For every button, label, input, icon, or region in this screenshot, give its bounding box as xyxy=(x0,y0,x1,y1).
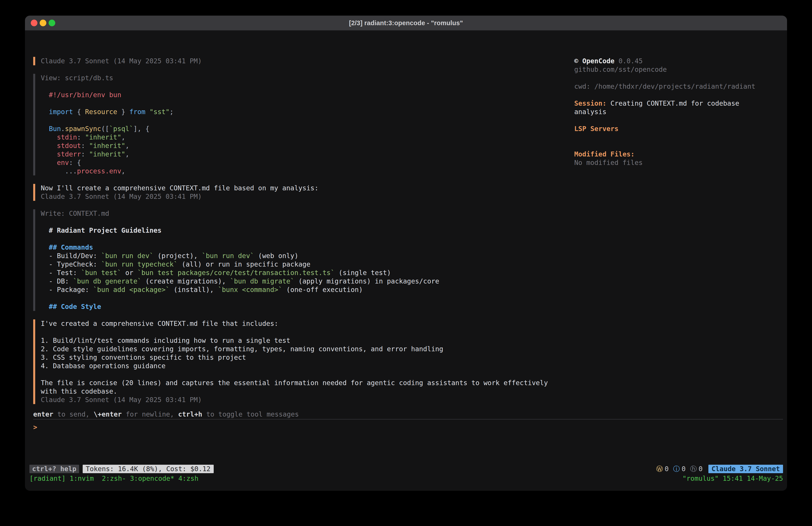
traffic-lights xyxy=(31,19,55,26)
message-summary-block: I've created a comprehensive CONTEXT.md … xyxy=(33,319,551,404)
hint-count: 0 xyxy=(699,465,702,473)
text-line: stdout: "inherit", xyxy=(41,142,551,150)
text-line xyxy=(41,235,551,243)
window-bottom-padding xyxy=(25,483,787,491)
tokens-badge: Tokens: 16.4K (8%), Cost: $0.12 xyxy=(83,465,214,473)
sidebar-spacer xyxy=(574,74,759,82)
session-line: Session: Creating CONTEXT.md for codebas… xyxy=(574,99,759,116)
sidebar-spacer xyxy=(574,116,759,125)
key-ctrl-h: ctrl+h xyxy=(178,410,202,418)
text-line: 3. CSS styling conventions specific to t… xyxy=(41,353,551,362)
status-left: ctrl+? help Tokens: 16.4K (8%), Cost: $0… xyxy=(29,465,214,473)
session-label: Session: xyxy=(574,99,607,107)
text-line xyxy=(41,218,551,226)
text-line: 1. Build/lint/test commands including ho… xyxy=(41,336,551,345)
zoom-button[interactable] xyxy=(48,19,55,26)
brand-line: © OpenCode 0.0.45 xyxy=(574,57,759,65)
diagnostic-info: ⓘ0 xyxy=(673,465,686,473)
text-line: ## Code Style xyxy=(41,302,551,311)
modified-files-empty: No modified files xyxy=(574,158,759,167)
status-bar: ctrl+? help Tokens: 16.4K (8%), Cost: $0… xyxy=(29,465,783,473)
titlebar: [2/3] radiant:3:opencode - "romulus" xyxy=(25,16,787,30)
cwd-line: cwd: /home/thdxr/dev/projects/radiant/ra… xyxy=(574,82,759,91)
message-meta-block: Claude 3.7 Sonnet (14 May 2025 03:41 PM) xyxy=(33,57,551,65)
sidebar-spacer xyxy=(574,91,759,99)
brand-name: OpenCode xyxy=(582,57,614,65)
text-line: Now I'll create a comprehensive CONTEXT.… xyxy=(41,184,551,193)
terminal-window: [2/3] radiant:3:opencode - "romulus" Cla… xyxy=(25,16,787,491)
text-line: 2. Code style guidelines covering import… xyxy=(41,345,551,353)
hint-icon: ⓗ xyxy=(690,465,697,473)
copyright-icon: © xyxy=(574,57,582,65)
status-right: Ⓦ0 ⓘ0 ⓗ0 Claude 3.7 Sonnet xyxy=(652,465,783,473)
tmux-host-time: "romulus" 15:41 14-May-25 xyxy=(682,474,783,483)
sidebar: © OpenCode 0.0.45 github.com/sst/opencod… xyxy=(574,57,759,167)
input-panel: enter to send, \+enter for newline, ctrl… xyxy=(33,410,783,431)
diagnostic-warning: Ⓦ0 xyxy=(656,465,669,473)
text-line: - Package: `bun add <package>` (install)… xyxy=(41,285,551,294)
text-line xyxy=(41,370,551,379)
warning-count: 0 xyxy=(665,465,669,473)
text-line: stdin: "inherit", xyxy=(41,133,551,142)
text-line: env: { xyxy=(41,158,551,167)
modified-files-label: Modified Files: xyxy=(574,150,759,158)
key-enter: enter xyxy=(33,410,53,418)
tool-write-block: Write: CONTEXT.md # Radiant Project Guid… xyxy=(33,209,551,311)
message-block: Now I'll create a comprehensive CONTEXT.… xyxy=(33,184,551,201)
text-line: - DB: `bun db generate` (create migratio… xyxy=(41,277,551,285)
repo-link: github.com/sst/opencode xyxy=(574,65,759,74)
tool-view-block: View: script/db.ts #!/usr/bin/env bun im… xyxy=(33,74,551,175)
text-line: The file is concise (20 lines) and captu… xyxy=(41,379,551,396)
text-line: - Build/Dev: `bun run dev` (project), `b… xyxy=(41,252,551,260)
keybind-help: enter to send, \+enter for newline, ctrl… xyxy=(33,410,783,418)
tmux-status-bar: [radiant] 1:nvim 2:zsh- 3:opencode* 4:zs… xyxy=(29,474,783,483)
help-text: for newline, xyxy=(122,410,178,418)
model-badge: Claude 3.7 Sonnet xyxy=(708,465,783,473)
text-line xyxy=(41,294,551,302)
text-line: - TypeCheck: `bun run typecheck` (all) o… xyxy=(41,260,551,269)
text-line: Write: CONTEXT.md xyxy=(41,209,551,218)
text-line: I've created a comprehensive CONTEXT.md … xyxy=(41,319,551,328)
text-line xyxy=(41,328,551,336)
text-line xyxy=(41,99,551,108)
text-line: Claude 3.7 Sonnet (14 May 2025 03:41 PM) xyxy=(41,57,551,65)
text-line: ## Commands xyxy=(41,243,551,252)
text-line: Claude 3.7 Sonnet (14 May 2025 03:41 PM) xyxy=(41,193,551,201)
text-line: #!/usr/bin/env bun xyxy=(41,91,551,99)
tmux-session-windows[interactable]: [radiant] 1:nvim 2:zsh- 3:opencode* 4:zs… xyxy=(29,474,199,483)
info-icon: ⓘ xyxy=(673,465,680,473)
info-count: 0 xyxy=(682,465,686,473)
desktop-background: [2/3] radiant:3:opencode - "romulus" Cla… xyxy=(0,0,812,526)
text-line: View: script/db.ts xyxy=(41,74,551,82)
app-version: 0.0.45 xyxy=(614,57,643,65)
text-line: stderr: "inherit", xyxy=(41,150,551,158)
divider-line xyxy=(33,419,783,420)
key-backslash-enter: \+enter xyxy=(93,410,122,418)
help-badge: ctrl+? help xyxy=(29,465,79,473)
text-line: Claude 3.7 Sonnet (14 May 2025 03:41 PM) xyxy=(41,396,551,404)
minimize-button[interactable] xyxy=(40,19,46,26)
text-line: Bun.spawnSync([`psql`], { xyxy=(41,125,551,133)
text-line: # Radiant Project Guidelines xyxy=(41,226,551,235)
help-text: to toggle tool messages xyxy=(202,410,299,418)
terminal-content: Claude 3.7 Sonnet (14 May 2025 03:41 PM)… xyxy=(25,30,787,465)
text-line: import { Resource } from "sst"; xyxy=(41,108,551,116)
prompt-input[interactable]: > xyxy=(33,423,783,431)
help-text: to send, xyxy=(53,410,93,418)
warning-icon: Ⓦ xyxy=(656,465,663,473)
text-line: ...process.env, xyxy=(41,167,551,175)
diagnostic-hint: ⓗ0 xyxy=(690,465,702,473)
text-line: - Test: `bun test` or `bun test packages… xyxy=(41,269,551,277)
text-line xyxy=(41,82,551,91)
window-title: [2/3] radiant:3:opencode - "romulus" xyxy=(349,19,463,27)
text-line xyxy=(41,116,551,125)
chat-area: Claude 3.7 Sonnet (14 May 2025 03:41 PM)… xyxy=(33,57,551,413)
prompt-icon: > xyxy=(33,423,37,431)
text-line: 4. Database operations guidance xyxy=(41,362,551,370)
close-button[interactable] xyxy=(31,19,38,26)
sidebar-spacer xyxy=(574,133,759,150)
lsp-servers-label: LSP Servers xyxy=(574,125,759,133)
